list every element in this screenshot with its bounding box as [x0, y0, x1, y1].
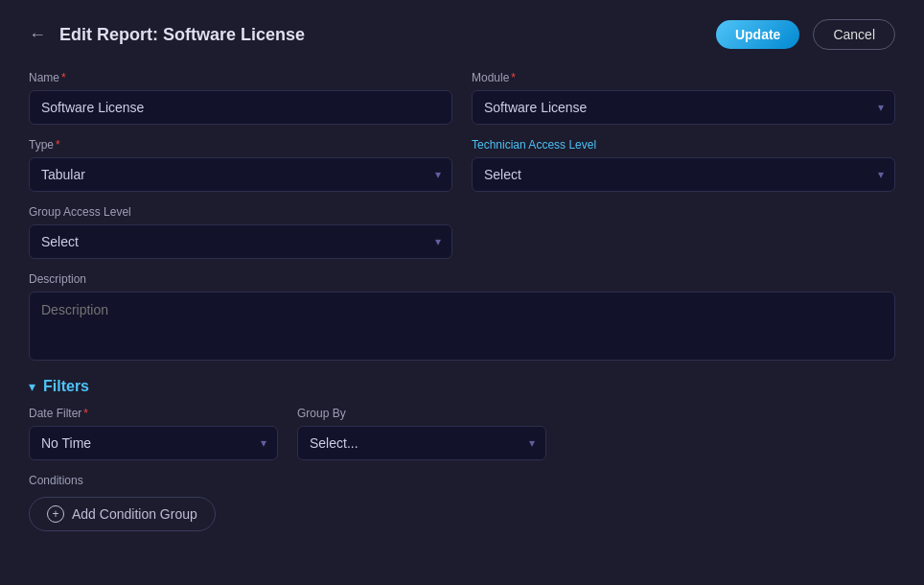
- page-container: ← Edit Report: Software License Update C…: [0, 0, 924, 585]
- type-select[interactable]: Tabular: [29, 157, 452, 192]
- description-label: Description: [29, 272, 895, 286]
- add-condition-group-label: Add Condition Group: [72, 506, 197, 522]
- group-access-select[interactable]: Select: [29, 224, 452, 259]
- field-module: Module* Software License ▾: [472, 71, 895, 125]
- field-date-filter: Date Filter* No Time ▾: [29, 407, 278, 460]
- module-label: Module*: [472, 71, 895, 84]
- filters-chevron-icon: ▾: [29, 379, 35, 394]
- form-row-name-module: Name* Module* Software License ▾: [29, 71, 895, 125]
- group-access-select-wrapper: Select ▾: [29, 224, 452, 259]
- group-by-label: Group By: [297, 407, 546, 420]
- form-body: Name* Module* Software License ▾: [29, 71, 895, 566]
- plus-circle-icon: +: [47, 505, 64, 523]
- tech-access-select-wrapper: Select ▾: [472, 157, 895, 192]
- name-input[interactable]: [29, 90, 452, 125]
- module-select[interactable]: Software License: [472, 90, 895, 125]
- date-filter-label: Date Filter*: [29, 407, 278, 420]
- field-tech-access: Technician Access Level Select ▾: [472, 138, 895, 192]
- date-filter-select-wrapper: No Time ▾: [29, 426, 278, 460]
- field-name: Name*: [29, 71, 452, 125]
- add-condition-group-button[interactable]: + Add Condition Group: [29, 497, 216, 531]
- description-textarea[interactable]: [29, 292, 895, 361]
- cancel-button[interactable]: Cancel: [813, 19, 895, 50]
- group-by-select[interactable]: Select...: [297, 426, 546, 460]
- tech-access-select[interactable]: Select: [472, 157, 895, 192]
- date-filter-select[interactable]: No Time: [29, 426, 278, 460]
- group-access-label: Group Access Level: [29, 205, 452, 219]
- field-group-access: Group Access Level Select ▾: [29, 205, 452, 259]
- field-type: Type* Tabular ▾: [29, 138, 452, 192]
- filters-title: Filters: [43, 378, 89, 395]
- name-label: Name*: [29, 71, 452, 84]
- tech-access-label: Technician Access Level: [472, 138, 895, 152]
- filters-row: Date Filter* No Time ▾ Group By Select..…: [29, 407, 895, 460]
- field-group-by: Group By Select... ▾: [297, 407, 546, 460]
- filters-header: ▾ Filters: [29, 378, 895, 395]
- back-arrow-icon[interactable]: ←: [29, 25, 46, 45]
- conditions-label: Conditions: [29, 474, 895, 487]
- update-button[interactable]: Update: [716, 20, 799, 49]
- form-row-type-tech: Type* Tabular ▾ Technician Access Level …: [29, 138, 895, 192]
- form-row-group-access: Group Access Level Select ▾: [29, 205, 895, 259]
- group-by-select-wrapper: Select... ▾: [297, 426, 546, 460]
- form-row-description: Description: [29, 272, 895, 361]
- type-label: Type*: [29, 138, 452, 152]
- type-select-wrapper: Tabular ▾: [29, 157, 452, 192]
- filters-section: ▾ Filters Date Filter* No Time ▾: [29, 378, 895, 531]
- field-description: Description: [29, 272, 895, 361]
- module-select-wrapper: Software License ▾: [472, 90, 895, 125]
- page-title: Edit Report: Software License: [59, 25, 703, 45]
- page-header: ← Edit Report: Software License Update C…: [29, 19, 895, 50]
